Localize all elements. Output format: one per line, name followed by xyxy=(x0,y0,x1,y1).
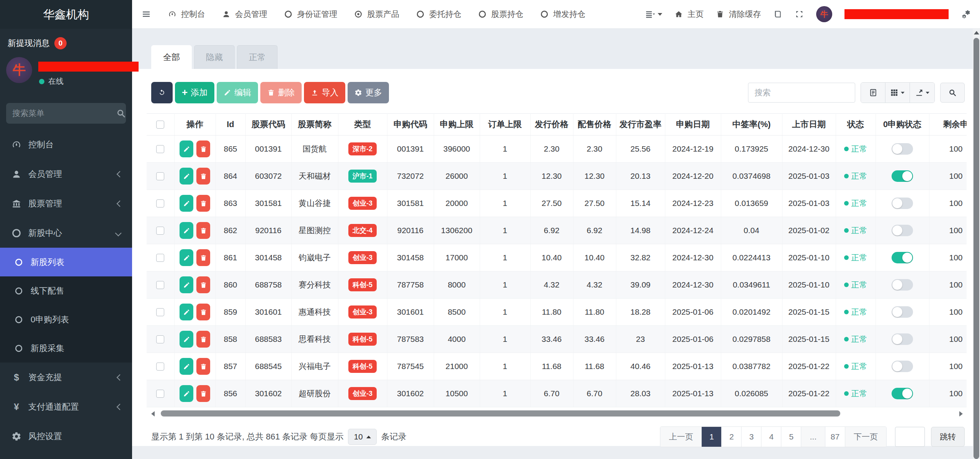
row-edit-button[interactable] xyxy=(180,140,193,157)
column-header[interactable]: 剩余申 xyxy=(929,114,967,136)
page-item-上一页[interactable]: 上一页 xyxy=(660,427,702,447)
row-delete-button[interactable] xyxy=(196,358,210,375)
row-delete-button[interactable] xyxy=(196,195,210,212)
pagination-toggle-button[interactable] xyxy=(861,83,885,103)
jump-page-input[interactable] xyxy=(895,427,925,447)
row-delete-button[interactable] xyxy=(196,276,210,293)
column-header[interactable]: 股票简称 xyxy=(291,114,338,136)
search-icon[interactable] xyxy=(116,108,126,118)
zero-subscribe-toggle[interactable] xyxy=(892,225,913,236)
row-delete-button[interactable] xyxy=(196,222,210,239)
status-badge[interactable]: 正常 xyxy=(844,171,867,181)
sidebar-item-0申购列表[interactable]: 0申购列表 xyxy=(0,305,132,334)
row-checkbox[interactable] xyxy=(156,308,164,316)
zero-subscribe-toggle[interactable] xyxy=(892,306,913,318)
row-delete-button[interactable] xyxy=(196,168,210,185)
status-badge[interactable]: 正常 xyxy=(844,334,867,345)
page-size-select[interactable]: 10 xyxy=(348,429,376,445)
row-delete-button[interactable] xyxy=(196,385,210,402)
zero-subscribe-toggle[interactable] xyxy=(892,333,913,345)
tab-全部[interactable]: 全部 xyxy=(151,45,192,69)
row-edit-button[interactable] xyxy=(180,195,193,212)
page-item-5[interactable]: 5 xyxy=(781,427,801,447)
page-item-...[interactable]: ... xyxy=(801,427,825,447)
row-delete-button[interactable] xyxy=(196,331,210,348)
zero-subscribe-toggle[interactable] xyxy=(892,388,913,399)
row-checkbox[interactable] xyxy=(156,254,164,262)
sidebar-item-支付通道配置[interactable]: ¥支付通道配置 xyxy=(0,392,132,421)
edit-button[interactable]: 编辑 xyxy=(217,82,258,103)
page-item-1[interactable]: 1 xyxy=(702,427,722,447)
log-book-icon[interactable] xyxy=(773,10,782,19)
page-item-3[interactable]: 3 xyxy=(742,427,761,447)
scroll-left-arrow-icon[interactable] xyxy=(151,411,155,417)
home-link[interactable]: 主页 xyxy=(675,9,704,20)
row-edit-button[interactable] xyxy=(180,168,193,185)
top-menu-item-身份证管理[interactable]: 身份证管理 xyxy=(284,9,337,20)
row-edit-button[interactable] xyxy=(180,331,193,348)
fullscreen-icon[interactable] xyxy=(795,10,804,19)
add-button[interactable]: +添加 xyxy=(175,82,214,103)
sidebar-item-新股采集[interactable]: 新股采集 xyxy=(0,334,132,363)
page-item-下一页[interactable]: 下一页 xyxy=(845,427,886,447)
row-delete-button[interactable] xyxy=(196,140,210,157)
status-badge[interactable]: 正常 xyxy=(844,388,867,399)
list-dropdown-icon[interactable] xyxy=(645,10,662,19)
status-badge[interactable]: 正常 xyxy=(844,252,867,263)
page-item-2[interactable]: 2 xyxy=(722,427,742,447)
sidebar-item-clipped[interactable] xyxy=(0,451,132,459)
status-badge[interactable]: 正常 xyxy=(844,225,867,236)
scroll-up-arrow-icon[interactable] xyxy=(974,31,979,34)
refresh-button[interactable] xyxy=(151,82,173,103)
top-menu-item-增发持仓[interactable]: 增发持仓 xyxy=(540,9,585,20)
column-header[interactable]: 股票代码 xyxy=(245,114,291,136)
columns-dropdown-button[interactable] xyxy=(885,83,910,103)
row-checkbox[interactable] xyxy=(156,199,164,207)
select-all-checkbox[interactable] xyxy=(156,121,164,129)
sidebar-item-股票管理[interactable]: 股票管理 xyxy=(0,189,132,218)
row-edit-button[interactable] xyxy=(180,358,193,375)
column-header[interactable]: 申购代码 xyxy=(387,114,434,136)
top-menu-item-委托持仓[interactable]: 委托持仓 xyxy=(416,9,461,20)
table-search-input[interactable] xyxy=(748,83,855,103)
page-item-4[interactable]: 4 xyxy=(761,427,781,447)
avatar[interactable]: 牛 xyxy=(816,6,832,22)
top-menu-item-股票产品[interactable]: 股票产品 xyxy=(354,9,399,20)
zero-subscribe-toggle[interactable] xyxy=(892,170,913,182)
column-header[interactable]: 配售价格 xyxy=(573,114,616,136)
zero-subscribe-toggle[interactable] xyxy=(892,252,913,263)
column-header[interactable]: 发行价格 xyxy=(530,114,573,136)
sidebar-search-input[interactable] xyxy=(12,109,116,118)
import-button[interactable]: 导入 xyxy=(304,82,345,103)
sidebar-item-线下配售[interactable]: 线下配售 xyxy=(0,276,132,305)
tab-隐藏[interactable]: 隐藏 xyxy=(194,45,235,69)
column-header[interactable]: 类型 xyxy=(338,114,387,136)
row-checkbox[interactable] xyxy=(156,172,164,180)
tab-正常[interactable]: 正常 xyxy=(237,45,278,69)
column-header[interactable]: 状态 xyxy=(836,114,875,136)
row-checkbox[interactable] xyxy=(156,363,164,371)
row-checkbox[interactable] xyxy=(156,281,164,289)
export-dropdown-button[interactable] xyxy=(910,83,934,103)
row-edit-button[interactable] xyxy=(180,304,193,320)
more-button[interactable]: 更多 xyxy=(348,82,389,103)
sidebar-item-风控设置[interactable]: 风控设置 xyxy=(0,421,132,451)
row-checkbox[interactable] xyxy=(156,335,164,343)
status-badge[interactable]: 正常 xyxy=(844,144,867,154)
row-edit-button[interactable] xyxy=(180,222,193,239)
column-header[interactable]: 申购日期 xyxy=(665,114,721,136)
status-badge[interactable]: 正常 xyxy=(844,307,867,317)
top-menu-item-股票持仓[interactable]: 股票持仓 xyxy=(478,9,523,20)
top-menu-item-会员管理[interactable]: 会员管理 xyxy=(222,9,267,20)
sidebar-item-新股中心[interactable]: 新股中心 xyxy=(0,218,132,248)
clear-cache-link[interactable]: 清除缓存 xyxy=(716,9,761,20)
top-menu-item-控制台[interactable]: 控制台 xyxy=(168,9,205,20)
row-edit-button[interactable] xyxy=(180,276,193,293)
column-header[interactable]: 发行市盈率 xyxy=(616,114,665,136)
row-checkbox[interactable] xyxy=(156,390,164,398)
withdraw-notice[interactable]: 新提现消息 0 xyxy=(0,29,132,49)
sidebar-item-会员管理[interactable]: 会员管理 xyxy=(0,159,132,189)
gears-settings-icon[interactable] xyxy=(961,10,970,19)
column-header[interactable]: 订单上限 xyxy=(480,114,530,136)
column-header[interactable]: Id xyxy=(216,114,245,136)
